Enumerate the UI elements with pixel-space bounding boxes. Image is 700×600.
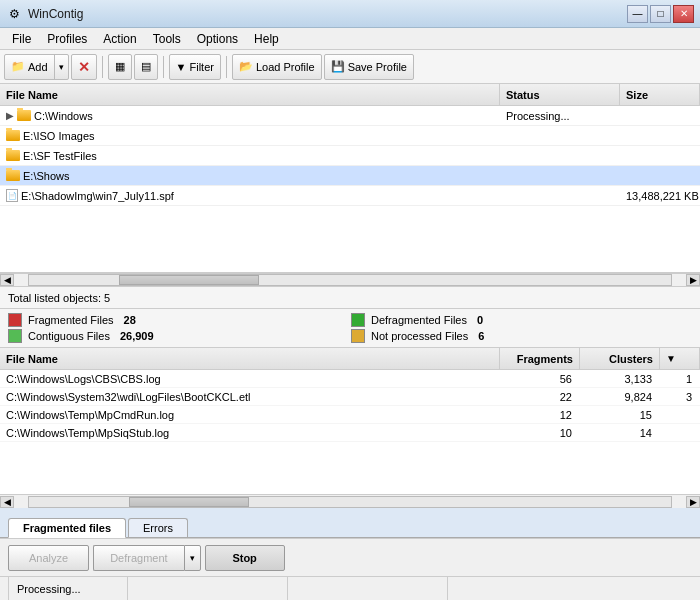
frag-extra: 1 (660, 372, 700, 386)
filter-label: Filter (189, 61, 213, 73)
toolbar-separator-2 (163, 56, 164, 78)
file-row[interactable]: E:\Shows (0, 166, 700, 186)
file-name-cell: E:\SF TestFiles (0, 148, 500, 164)
file-row[interactable]: E:\SF TestFiles (0, 146, 700, 166)
frag-hscroll[interactable]: ◀ ▶ (0, 494, 700, 508)
frag-row[interactable]: C:\Windows\System32\wdi\LogFiles\BootCKC… (0, 388, 700, 406)
size-cell (620, 174, 700, 178)
folder-icon (6, 130, 20, 141)
title-bar: ⚙ WinContig — □ ✕ (0, 0, 700, 28)
main-area: File Name Status Size ▶ C:\Windows Proce… (0, 84, 700, 576)
window-title: WinContig (28, 7, 627, 21)
not-processed-color-swatch (351, 329, 365, 343)
file-row[interactable]: ▶ C:\Windows Processing... (0, 106, 700, 126)
menu-help[interactable]: Help (246, 30, 287, 48)
stop-button[interactable]: Stop (205, 545, 285, 571)
hscroll-left-btn[interactable]: ◀ (0, 274, 14, 286)
menu-tools[interactable]: Tools (145, 30, 189, 48)
file-name: E:\SF TestFiles (23, 150, 97, 162)
legend-contiguous: Contiguous Files 26,909 (8, 329, 349, 343)
file-panel-header: File Name Status Size (0, 84, 700, 106)
status-cell (500, 134, 620, 138)
defragment-main-button[interactable]: Defragment (93, 545, 183, 571)
frag-scroll-track[interactable] (28, 496, 672, 508)
status-section-3 (288, 577, 448, 600)
frag-name: C:\Windows\Logs\CBS\CBS.log (0, 372, 500, 386)
save-profile-button[interactable]: 💾 Save Profile (324, 54, 414, 80)
file-row[interactable]: E:\ISO Images (0, 126, 700, 146)
frag-list: C:\Windows\Logs\CBS\CBS.log 56 3,133 1 C… (0, 370, 700, 494)
folder-icon (17, 110, 31, 121)
load-profile-label: Load Profile (256, 61, 315, 73)
frag-row[interactable]: C:\Windows\Temp\MpCmdRun.log 12 15 (0, 406, 700, 424)
filter-icon: ▼ (176, 61, 187, 73)
legend-fragmented: Fragmented Files 28 (8, 313, 349, 327)
frag-extra-col: ▼ (660, 348, 700, 369)
size-cell (620, 154, 700, 158)
grid2-icon: ▤ (141, 60, 151, 73)
bottom-buttons: Analyze Defragment ▾ Stop (0, 538, 700, 576)
frag-row[interactable]: C:\Windows\Temp\MpSiqStub.log 10 14 (0, 424, 700, 442)
load-profile-icon: 📂 (239, 60, 253, 73)
status-cell (500, 154, 620, 158)
file-doc-icon: 📄 (6, 189, 18, 202)
file-name-cell: 📄 E:\ShadowImg\win7_July11.spf (0, 187, 500, 204)
add-button[interactable]: 📁 Add (5, 55, 55, 79)
toolbar: 📁 Add ▾ ✕ ▦ ▤ ▼ Filter 📂 Load Profile 💾 … (0, 50, 700, 84)
analyze-button[interactable]: Analyze (8, 545, 89, 571)
frag-fragments: 56 (500, 372, 580, 386)
menu-action[interactable]: Action (95, 30, 144, 48)
add-label: Add (28, 61, 48, 73)
grid-icon: ▦ (115, 60, 125, 73)
save-profile-label: Save Profile (348, 61, 407, 73)
frag-clusters: 15 (580, 408, 660, 422)
status-section-2 (128, 577, 288, 600)
folder-icon (6, 170, 20, 181)
file-name-cell: E:\Shows (0, 168, 500, 184)
file-row[interactable]: 📄 E:\ShadowImg\win7_July11.spf 13,488,22… (0, 186, 700, 206)
file-list: ▶ C:\Windows Processing... E:\ISO Images (0, 106, 700, 272)
file-name-col-header: File Name (0, 84, 500, 105)
status-cell (500, 194, 620, 198)
frag-fragments-col: Fragments (500, 348, 580, 369)
frag-row[interactable]: C:\Windows\Logs\CBS\CBS.log 56 3,133 1 (0, 370, 700, 388)
load-profile-button[interactable]: 📂 Load Profile (232, 54, 322, 80)
file-panel-hscroll[interactable]: ◀ ▶ (0, 273, 700, 287)
hscroll-track[interactable] (28, 274, 672, 286)
close-button[interactable]: ✕ (673, 5, 694, 23)
grid-view-button[interactable]: ▦ (108, 54, 132, 80)
grid2-view-button[interactable]: ▤ (134, 54, 158, 80)
save-profile-icon: 💾 (331, 60, 345, 73)
frag-name: C:\Windows\Temp\MpCmdRun.log (0, 408, 500, 422)
defragment-split-button[interactable]: Defragment ▾ (93, 545, 200, 571)
tab-fragmented-files[interactable]: Fragmented files (8, 518, 126, 538)
hscroll-right-btn[interactable]: ▶ (686, 274, 700, 286)
add-dropdown-arrow[interactable]: ▾ (55, 55, 68, 79)
frag-fragments: 12 (500, 408, 580, 422)
folder-icon (6, 150, 20, 161)
tab-errors[interactable]: Errors (128, 518, 188, 537)
size-col-header: Size (620, 84, 700, 105)
frag-extra (660, 432, 700, 434)
menu-bar: File Profiles Action Tools Options Help (0, 28, 700, 50)
menu-file[interactable]: File (4, 30, 39, 48)
frag-hscroll-left[interactable]: ◀ (0, 496, 14, 508)
frag-hscroll-right[interactable]: ▶ (686, 496, 700, 508)
menu-profiles[interactable]: Profiles (39, 30, 95, 48)
hscroll-thumb[interactable] (119, 275, 259, 285)
remove-button[interactable]: ✕ (71, 54, 97, 80)
file-name: E:\ISO Images (23, 130, 95, 142)
file-name-cell: ▶ C:\Windows (0, 108, 500, 124)
not-processed-count: 6 (478, 330, 484, 342)
filter-button[interactable]: ▼ Filter (169, 54, 221, 80)
add-split-button[interactable]: 📁 Add ▾ (4, 54, 69, 80)
menu-options[interactable]: Options (189, 30, 246, 48)
file-name: C:\Windows (34, 110, 93, 122)
frag-fragments: 22 (500, 390, 580, 404)
maximize-button[interactable]: □ (650, 5, 671, 23)
fragmented-count: 28 (124, 314, 136, 326)
frag-clusters: 3,133 (580, 372, 660, 386)
frag-scroll-thumb[interactable] (129, 497, 249, 507)
defragment-dropdown-arrow[interactable]: ▾ (184, 545, 201, 571)
minimize-button[interactable]: — (627, 5, 648, 23)
